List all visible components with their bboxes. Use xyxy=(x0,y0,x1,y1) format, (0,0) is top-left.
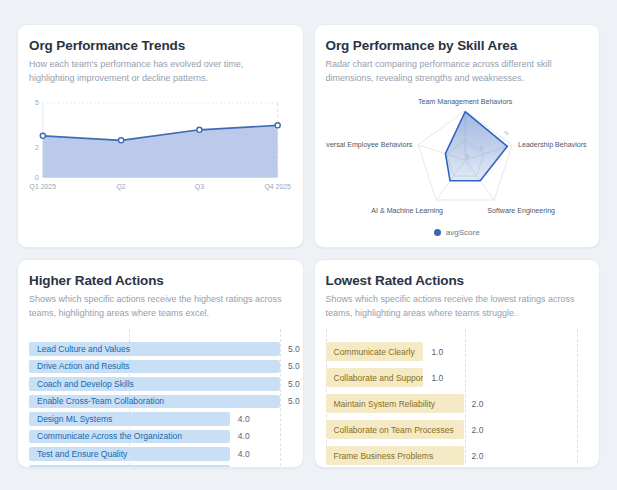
skill-radar-chart: 025Team Management BehaviorsLeadership B… xyxy=(326,91,589,227)
bar-value-label: 4.0 xyxy=(238,466,250,468)
radar-axis-label: AI & Machine Learning xyxy=(371,207,443,215)
bar-row: Maintain System Reliability2.0 xyxy=(326,394,589,413)
bar-row: Frame Business Problems2.0 xyxy=(326,446,589,465)
bar-category-label: Maintain System Reliability xyxy=(334,399,436,409)
bar-category-label: Collaborate and Support ... xyxy=(334,373,424,383)
x-tick-label: Q1 2025 xyxy=(30,183,57,191)
card-subtitle: Shows which specific actions receive the… xyxy=(326,293,581,320)
x-tick-label: Q3 xyxy=(195,183,204,191)
bar: Drive Action and Results xyxy=(29,360,280,374)
y-tick-label: 0 xyxy=(35,174,39,181)
bar-category-label: Test and Ensure Quality xyxy=(37,449,127,459)
bar: Collaborate on Team Processes xyxy=(326,420,464,439)
data-point xyxy=(119,138,124,143)
bar-category-label: Frame Business Problems xyxy=(334,451,434,461)
dashboard: Org Performance Trends How each team's p… xyxy=(0,0,617,488)
dashboard-grid: Org Performance Trends How each team's p… xyxy=(17,24,600,468)
card-title: Higher Rated Actions xyxy=(29,273,292,288)
bar-row: Communicate Clearly1.0 xyxy=(326,342,589,361)
lowest-rated-bar-chart: Communicate Clearly1.0Collaborate and Su… xyxy=(326,329,589,465)
x-tick-label: Q4 2025 xyxy=(264,183,291,191)
data-point xyxy=(40,133,45,138)
card-org-performance-trends: Org Performance Trends How each team's p… xyxy=(17,24,304,248)
bar: Communicate Clearly xyxy=(326,342,424,361)
y-tick-label: 5 xyxy=(35,99,39,106)
card-subtitle: Radar chart comparing performance across… xyxy=(326,58,581,85)
bar-value-label: 1.0 xyxy=(431,347,443,357)
bar-value-label: 4.0 xyxy=(238,414,250,424)
card-lowest-rated-actions: Lowest Rated Actions Shows which specifi… xyxy=(314,259,601,468)
bar-value-label: 2.0 xyxy=(472,425,484,435)
bar-row: Review Code Effectively4.0 xyxy=(29,465,292,469)
bar-category-label: Drive Action and Results xyxy=(37,361,130,371)
bar-row: Collaborate and Support ...1.0 xyxy=(326,368,589,387)
bar-row: Lead Culture and Values5.0 xyxy=(29,342,292,356)
bar: Test and Ensure Quality xyxy=(29,447,230,461)
bar-row: Coach and Develop Skills5.0 xyxy=(29,377,292,391)
card-title: Org Performance by Skill Area xyxy=(326,38,589,53)
bar-row: Design ML Systems4.0 xyxy=(29,412,292,426)
bar: Design ML Systems xyxy=(29,412,230,426)
radar-axis-label: Universal Employee Behaviors xyxy=(326,141,413,149)
bar-value-label: 5.0 xyxy=(288,379,300,389)
bar-category-label: Collaborate on Team Processes xyxy=(334,425,454,435)
radius-tick-label: 5 xyxy=(503,129,510,136)
area-fill xyxy=(43,125,278,177)
bar: Collaborate and Support ... xyxy=(326,368,424,387)
data-point xyxy=(197,127,202,132)
bar-category-label: Communicate Across the Organization xyxy=(37,431,182,441)
radar-legend: avgScore xyxy=(315,228,600,237)
bar-value-label: 5.0 xyxy=(288,396,300,406)
bar-row: Test and Ensure Quality4.0 xyxy=(29,447,292,461)
bar-value-label: 5.0 xyxy=(288,361,300,371)
card-title: Org Performance Trends xyxy=(29,38,292,53)
card-title: Lowest Rated Actions xyxy=(326,273,589,288)
bar-row: Collaborate on Team Processes2.0 xyxy=(326,420,589,439)
bar-category-label: Review Code Effectively xyxy=(37,466,129,468)
radar-axis-label: Leadership Behaviors xyxy=(517,141,586,149)
bar: Review Code Effectively xyxy=(29,465,230,469)
bar: Maintain System Reliability xyxy=(326,394,464,413)
bar-category-label: Coach and Develop Skills xyxy=(37,379,134,389)
bar-row: Communicate Across the Organization4.0 xyxy=(29,430,292,444)
bar: Lead Culture and Values xyxy=(29,342,280,356)
bar-row: Enable Cross-Team Collaboration5.0 xyxy=(29,395,292,409)
y-tick-label: 2 xyxy=(35,144,39,151)
bar: Communicate Across the Organization xyxy=(29,430,230,444)
radar-axis-label: Team Management Behaviors xyxy=(418,98,513,106)
legend-dot-icon xyxy=(434,229,441,236)
bar-category-label: Lead Culture and Values xyxy=(37,344,130,354)
bar-value-label: 2.0 xyxy=(472,399,484,409)
legend-label: avgScore xyxy=(446,228,480,237)
bar-value-label: 4.0 xyxy=(238,431,250,441)
bar-category-label: Enable Cross-Team Collaboration xyxy=(37,396,164,406)
bar-value-label: 1.0 xyxy=(431,373,443,383)
area-chart-svg: 025Q1 2025Q2Q3Q4 2025 xyxy=(29,91,292,192)
bar-row: Drive Action and Results5.0 xyxy=(29,360,292,374)
card-subtitle: How each team's performance has evolved … xyxy=(29,58,284,85)
radar-polygon xyxy=(445,112,507,181)
higher-rated-bar-chart: Lead Culture and Values5.0Drive Action a… xyxy=(29,329,292,468)
card-higher-rated-actions: Higher Rated Actions Shows which specifi… xyxy=(17,259,304,468)
bar-value-label: 2.0 xyxy=(472,451,484,461)
card-skill-area-radar: Org Performance by Skill Area Radar char… xyxy=(314,24,601,248)
bar-category-label: Design ML Systems xyxy=(37,414,112,424)
card-subtitle: Shows which specific actions receive the… xyxy=(29,293,284,320)
trends-area-chart: 025Q1 2025Q2Q3Q4 2025 xyxy=(29,91,292,196)
data-point xyxy=(275,123,280,128)
radar-chart-svg: 025Team Management BehaviorsLeadership B… xyxy=(326,91,589,223)
bar-category-label: Communicate Clearly xyxy=(334,347,415,357)
radar-axis-label: Software Engineering xyxy=(487,207,555,215)
bar-value-label: 5.0 xyxy=(288,344,300,354)
bar: Enable Cross-Team Collaboration xyxy=(29,395,280,409)
x-tick-label: Q2 xyxy=(117,183,126,191)
bar-value-label: 4.0 xyxy=(238,449,250,459)
bar: Coach and Develop Skills xyxy=(29,377,280,391)
bar: Frame Business Problems xyxy=(326,446,464,465)
